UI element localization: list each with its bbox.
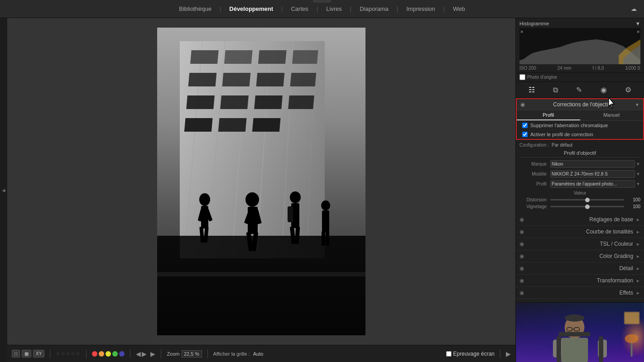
section-detail[interactable]: ◉ Détail ► — [516, 262, 644, 275]
correction-profile-row: Activer le profil de correction — [517, 130, 643, 139]
modele-select[interactable]: NIKKOR Z 24-70mm f/2.8 S — [550, 170, 635, 178]
section-tsl-couleur[interactable]: ◉ TSL / Couleur ► — [516, 238, 644, 250]
nav-web[interactable]: Web — [453, 5, 465, 12]
vignetage-value: 100 — [627, 204, 640, 209]
next-btn[interactable]: ▶ — [142, 350, 147, 357]
modele-select-icon: ▼ — [636, 171, 640, 176]
section-etalonnage[interactable]: ◉ Etalonnage ► — [516, 299, 644, 302]
distorsion-slider[interactable] — [550, 199, 624, 200]
play-btn[interactable]: ▶ — [150, 350, 155, 357]
section-effets[interactable]: ◉ Effets ► — [516, 287, 644, 299]
histogram-label: Histogramme — [519, 21, 549, 26]
fit-view-btn[interactable]: □ — [12, 350, 20, 357]
svg-rect-10 — [258, 50, 287, 64]
config-value: Par défaut — [552, 143, 572, 148]
reglages-eye-icon[interactable]: ◉ — [519, 216, 524, 223]
drag-handle[interactable] — [313, 0, 331, 3]
hist-focal: 24 mm — [557, 66, 572, 71]
sliders-tool-icon[interactable]: ☷ — [527, 85, 537, 95]
nav-sep4: | — [350, 5, 351, 12]
star-rating[interactable]: ☆☆☆☆☆ — [56, 351, 81, 357]
clipping-highlights-icon[interactable]: ■ — [637, 29, 639, 34]
orange-label[interactable] — [99, 351, 104, 357]
yellow-label[interactable] — [106, 351, 111, 357]
red-label[interactable] — [92, 351, 97, 357]
tsl-couleur-label: TSL / Couleur — [527, 241, 633, 247]
nav-cartes[interactable]: Cartes — [291, 5, 308, 12]
blue-label[interactable] — [119, 351, 125, 357]
nav-bibliotheque[interactable]: Bibliothèque — [179, 5, 211, 12]
nav-sep3: | — [317, 5, 318, 12]
tab-profil[interactable]: Profil — [517, 110, 580, 120]
svg-rect-55 — [557, 336, 561, 362]
epreuvage-label: Epreuvage écran — [453, 351, 495, 357]
courbe-eye-icon[interactable]: ◉ — [519, 229, 524, 235]
epreuvage-group: Epreuvage écran — [446, 351, 495, 357]
hist-iso: ISO 200 — [519, 66, 536, 71]
modele-row: Modèle NIKKOR Z 24-70mm f/2.8 S ▼ — [519, 170, 640, 178]
settings-tool-icon[interactable]: ⚙ — [623, 85, 633, 95]
profil-select-icon: ▼ — [636, 181, 640, 186]
vignetage-thumb[interactable] — [585, 205, 590, 209]
section-courbe-tonalites[interactable]: ◉ Courbe de tonalités ► — [516, 226, 644, 238]
profil-select[interactable]: Paramètres de l'appareil photo... — [550, 180, 635, 188]
compare-btn[interactable]: XY — [33, 350, 44, 357]
section-reglages-base[interactable]: ◉ Réglages de base ► — [516, 214, 644, 226]
nav-sep5: | — [397, 5, 398, 12]
grid-value: Auto — [253, 351, 264, 357]
corrections-arrow-icon: ▼ — [635, 102, 639, 107]
marque-label: Marque — [519, 162, 547, 167]
tool-icons-row: ☷ ⧉ ✎ ◉ ⚙ — [516, 82, 644, 98]
correction-profile-checkbox[interactable] — [522, 132, 528, 137]
vignetage-slider[interactable] — [550, 206, 624, 207]
corrections-header[interactable]: ◉ Corrections de l'objectif ▼ — [517, 99, 643, 110]
view-buttons: □ ▦ XY — [12, 350, 44, 357]
nav-diaporama[interactable]: Diaporama — [360, 5, 389, 12]
corrections-eye-icon[interactable]: ◉ — [520, 101, 525, 108]
main-photo[interactable] — [157, 28, 365, 335]
transformation-arrow-icon: ► — [636, 278, 640, 283]
left-panel-toggle[interactable]: ◀ — [0, 18, 7, 362]
prev-btn[interactable]: ◀ — [136, 350, 141, 357]
sep3 — [130, 349, 130, 358]
effets-eye-icon[interactable]: ◉ — [519, 290, 524, 296]
transformation-eye-icon[interactable]: ◉ — [519, 277, 524, 284]
redeye-tool-icon[interactable]: ◉ — [599, 85, 609, 95]
marque-select[interactable]: Nikon — [550, 160, 635, 168]
right-panel-toggle-bottom[interactable]: ▶ — [506, 350, 511, 357]
courbe-tonalites-label: Courbe de tonalités — [527, 229, 633, 235]
heal-tool-icon[interactable]: ✎ — [574, 85, 584, 95]
svg-rect-11 — [292, 50, 318, 64]
svg-point-31 — [245, 192, 259, 207]
cloud-icon[interactable]: ☁ — [631, 5, 637, 12]
distorsion-thumb[interactable] — [585, 198, 590, 202]
histogram-menu-icon[interactable]: ▼ — [635, 21, 640, 26]
detail-eye-icon[interactable]: ◉ — [519, 265, 524, 272]
reglages-base-label: Réglages de base — [527, 216, 633, 223]
section-color-grading[interactable]: ◉ Color Grading ► — [516, 250, 644, 262]
tab-manuel[interactable]: Manuel — [580, 110, 644, 120]
corrections-section: ◉ Corrections de l'objectif ▼ Profil Man… — [516, 98, 644, 140]
color-grading-eye-icon[interactable]: ◉ — [519, 253, 524, 259]
chromatic-aberration-checkbox[interactable] — [522, 123, 528, 128]
svg-rect-15 — [290, 73, 317, 86]
green-label[interactable] — [112, 351, 118, 357]
grid-view-btn[interactable]: ▦ — [22, 350, 31, 357]
tsl-eye-icon[interactable]: ◉ — [519, 241, 524, 247]
crop-tool-icon[interactable]: ⧉ — [551, 85, 560, 95]
zoom-input[interactable]: 22,5 % — [182, 350, 202, 357]
photo-origine-checkbox[interactable] — [519, 74, 525, 80]
panel-scroll[interactable]: ◉ Corrections de l'objectif ▼ Profil Man… — [516, 98, 644, 302]
nav-developpement[interactable]: Développement — [229, 5, 273, 12]
section-transformation[interactable]: ◉ Transformation ► — [516, 275, 644, 287]
photo-origine-label: Photo d'origine — [527, 75, 557, 80]
chromatic-aberration-row: Supprimer l'aberration chromatique — [517, 121, 643, 130]
zoom-group: Zoom 22,5 % — [167, 350, 202, 357]
nav-livres[interactable]: Livres — [326, 5, 342, 12]
color-labels — [92, 351, 125, 357]
epreuvage-checkbox[interactable] — [446, 351, 452, 357]
clipping-shadows-icon[interactable]: ■ — [520, 29, 523, 34]
nav-impression[interactable]: Impression — [406, 5, 435, 12]
photo-origine-row: Photo d'origine — [516, 73, 644, 82]
webcam-svg — [516, 303, 644, 362]
